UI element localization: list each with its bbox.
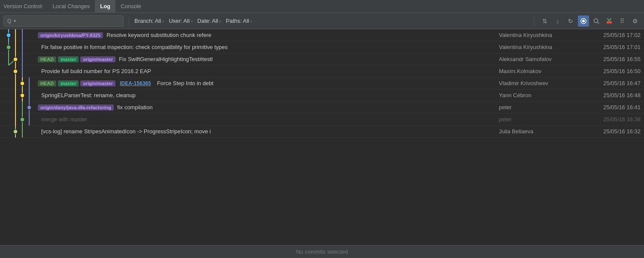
commit-message: Fix false positive in format inspection:… xyxy=(38,44,499,50)
commit-date: 25/05/16 16:55 xyxy=(585,56,641,62)
commit-author: Vladimir Krivosheev xyxy=(499,80,585,86)
search-dropdown-icon[interactable]: ▾ xyxy=(14,18,16,23)
commit-row[interactable]: Provide full build number for PS 2016.2 … xyxy=(0,65,644,77)
svg-line-3 xyxy=(598,22,599,24)
svg-point-37 xyxy=(20,117,24,122)
filter-paths[interactable]: Paths: All ⬦ xyxy=(226,18,252,24)
svg-point-21 xyxy=(13,69,18,74)
graph-area xyxy=(3,65,38,77)
commit-row[interactable]: origin/kiryushkina/PY-8325Resolve keywor… xyxy=(0,29,644,41)
filter-group: Branch: All ⬦ User: All ⬦ Date: All ⬦ Pa… xyxy=(134,18,529,24)
user-dropdown-icon: ⬦ xyxy=(191,18,193,23)
commit-link-tag[interactable]: IDEA-156365 xyxy=(117,80,154,87)
commit-author: Valentina Kiryushkina xyxy=(499,44,585,50)
commit-row[interactable]: HEADmasterorigin/masterIDEA-156365Force … xyxy=(0,77,644,89)
log-content: origin/kiryushkina/PY-8325Resolve keywor… xyxy=(0,29,644,245)
svg-point-9 xyxy=(6,33,11,37)
graph-svg xyxy=(3,29,38,41)
commit-date: 25/05/16 16:50 xyxy=(585,68,641,74)
graph-svg xyxy=(3,114,38,126)
tab-console[interactable]: Console xyxy=(115,0,146,13)
cherry-pick-icon-btn[interactable] xyxy=(604,15,615,27)
graph-svg xyxy=(3,77,38,89)
graph-area xyxy=(3,29,38,41)
commit-tag: origin/kiryushkina/PY-8325 xyxy=(38,32,103,38)
commit-message: merge with master xyxy=(38,116,499,123)
commit-tags: origin/dany/java-dfa-refactoring xyxy=(38,104,114,111)
tab-log[interactable]: Log xyxy=(95,0,115,13)
graph-area xyxy=(3,41,38,53)
commit-message: [vcs-log] rename StripesAnimatedIcon -> … xyxy=(38,128,499,135)
commit-tags: HEADmasterorigin/masterIDEA-156365 xyxy=(38,80,154,87)
graph-svg xyxy=(3,89,38,101)
commit-author: Maxim.Kolmakov xyxy=(499,68,585,74)
commit-date: 25/05/16 16:32 xyxy=(585,128,641,135)
search-box[interactable]: Q ▾ xyxy=(3,15,124,27)
graph-svg xyxy=(3,65,38,77)
filter-branch[interactable]: Branch: All ⬦ xyxy=(134,18,164,24)
text-search-icon-btn[interactable] xyxy=(591,15,602,27)
svg-point-29 xyxy=(20,93,24,98)
graph-svg xyxy=(3,53,38,65)
commit-tag: master xyxy=(58,56,79,62)
tab-bar-label: Version Control: xyxy=(3,3,43,9)
highlight-icon-btn[interactable] xyxy=(578,15,589,27)
filter-date[interactable]: Date: All ⬦ xyxy=(197,18,222,24)
svg-point-5 xyxy=(609,21,612,24)
graph-area xyxy=(3,101,38,114)
svg-point-13 xyxy=(6,45,11,49)
svg-point-18 xyxy=(13,57,18,61)
commit-author: peter xyxy=(499,116,585,123)
commit-author: Julia Beliaeva xyxy=(499,128,585,135)
commit-row[interactable]: [vcs-log] rename StripesAnimatedIcon -> … xyxy=(0,126,644,138)
filter-user[interactable]: User: All ⬦ xyxy=(169,18,193,24)
cherry-svg xyxy=(606,18,613,25)
commit-tag: origin/master xyxy=(80,56,115,62)
branch-icon-btn[interactable]: ⇅ xyxy=(539,15,550,27)
branch-dropdown-icon: ⬦ xyxy=(162,18,164,23)
svg-point-25 xyxy=(20,81,24,86)
date-dropdown-icon: ⬦ xyxy=(219,18,222,23)
collapse-icon-btn[interactable]: ↓ xyxy=(552,15,563,27)
refresh-icon-btn[interactable]: ↻ xyxy=(565,15,576,27)
commit-row[interactable]: origin/dany/java-dfa-refactoringfix comp… xyxy=(0,101,644,114)
commit-date: 25/05/16 16:41 xyxy=(585,104,641,111)
graph-area xyxy=(3,77,38,89)
commit-message: Force Step Into in debt xyxy=(154,80,499,86)
commit-tags: HEADmasterorigin/master xyxy=(38,56,115,62)
commit-row[interactable]: HEADmasterorigin/masterFix SwiftGeneralH… xyxy=(0,53,644,65)
tab-bar: Version Control: Local Changes Log Conso… xyxy=(0,0,644,13)
commit-date: 25/05/16 16:38 xyxy=(585,116,641,123)
commit-tags: origin/kiryushkina/PY-8325 xyxy=(38,32,103,38)
graph-area xyxy=(3,53,38,65)
commit-row[interactable]: SpringELParserTest: rename, cleanupYann … xyxy=(0,89,644,101)
commit-tag: origin/dany/java-dfa-refactoring xyxy=(38,104,114,111)
settings-icon-btn[interactable]: ⚙ xyxy=(629,15,641,27)
status-message: No commits selected xyxy=(296,249,348,255)
svg-point-33 xyxy=(27,105,31,110)
graph-area xyxy=(3,114,38,126)
commit-date: 25/05/16 17:02 xyxy=(585,32,641,38)
commit-date: 25/05/16 16:47 xyxy=(585,80,641,86)
commit-tag: HEAD xyxy=(38,56,56,62)
graph-svg xyxy=(3,41,38,53)
highlight-svg xyxy=(580,18,587,25)
more-icon-btn[interactable]: ⠿ xyxy=(617,15,628,27)
commit-row[interactable]: merge with masterpeter25/05/16 16:38 xyxy=(0,114,644,126)
commit-date: 25/05/16 17:01 xyxy=(585,44,641,50)
paths-dropdown-icon: ⬦ xyxy=(250,18,252,23)
toolbar-separator-1 xyxy=(129,17,129,25)
graph-area xyxy=(3,89,38,101)
commit-author: Yann Cébron xyxy=(499,92,585,98)
commit-message: Resolve keyword substitution chunk refer… xyxy=(103,32,499,38)
graph-svg xyxy=(3,101,38,114)
commit-author: peter xyxy=(499,104,585,111)
commit-message: Provide full build number for PS 2016.2 … xyxy=(38,68,499,74)
tab-local-changes[interactable]: Local Changes xyxy=(48,0,95,13)
graph-area xyxy=(3,126,38,138)
svg-point-40 xyxy=(13,129,18,134)
search-svg xyxy=(593,18,600,25)
commit-row[interactable]: Fix false positive in format inspection:… xyxy=(0,41,644,53)
svg-point-2 xyxy=(594,18,598,22)
toolbar: Q ▾ Branch: All ⬦ User: All ⬦ Date: All … xyxy=(0,13,644,29)
